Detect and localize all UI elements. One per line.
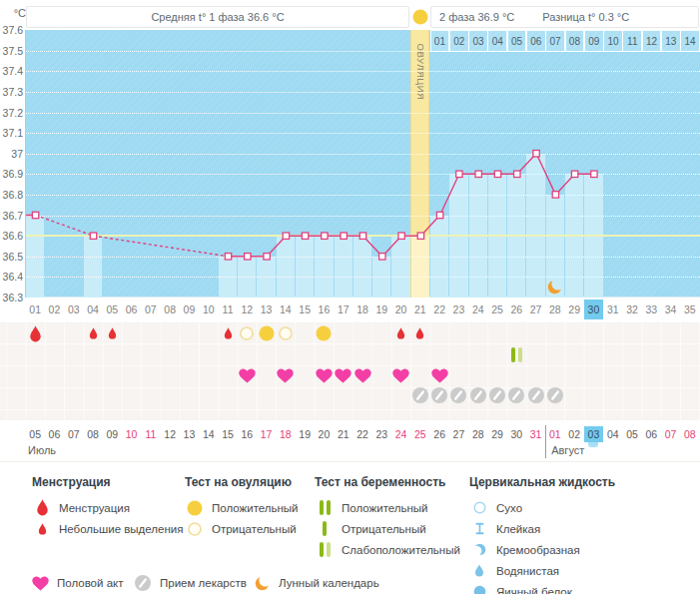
cycle-day-cell[interactable]: 14	[276, 299, 295, 319]
legend-item: Клейкая	[469, 519, 615, 538]
temperature-point	[513, 171, 519, 177]
date-cell[interactable]: 27	[449, 426, 468, 442]
cycle-day-cell[interactable]: 34	[661, 299, 680, 319]
date-cell[interactable]: 16	[238, 426, 257, 442]
date-cell[interactable]: 08	[83, 426, 102, 442]
date-cell[interactable]: 13	[180, 426, 199, 442]
date-cell[interactable]: 08	[680, 426, 699, 442]
cycle-day-cell[interactable]: 21	[410, 299, 429, 319]
cycle-day-cell[interactable]: 01	[26, 299, 45, 319]
cycle-day-cell[interactable]: 31	[603, 299, 622, 319]
cycle-day-cell[interactable]: 24	[468, 299, 487, 319]
cycle-day-cell[interactable]: 18	[352, 299, 371, 319]
medication-icon	[547, 387, 563, 403]
date-cell[interactable]: 05	[26, 426, 45, 442]
date-cell[interactable]: 11	[141, 426, 160, 442]
date-cell[interactable]: 28	[468, 426, 487, 442]
temp-difference-label: Разница t° 0.3 °C	[542, 11, 629, 23]
medication-icon	[450, 387, 466, 403]
cycle-day-cell[interactable]: 35	[680, 299, 699, 319]
legend-menstruation: Менструация Менструация Небольшие выделе…	[32, 475, 183, 540]
cycle-day-cell[interactable]: 20	[391, 299, 410, 319]
date-cell[interactable]: 31	[526, 426, 545, 442]
cycle-day-cell[interactable]: 06	[122, 299, 141, 319]
date-cell[interactable]: 07	[64, 426, 83, 442]
ovulation-positive-icon	[185, 500, 205, 516]
date-cell[interactable]: 06	[642, 426, 661, 442]
date-cell[interactable]: 03	[584, 426, 603, 442]
bbt-cycle-chart: °C Средняя t° 1 фаза 36.6 °C 2 фаза 36.9…	[0, 0, 700, 594]
y-axis-tick-label: 36.3	[0, 292, 23, 303]
cycle-day-cell[interactable]: 33	[642, 299, 661, 319]
date-cell[interactable]: 21	[334, 426, 352, 442]
date-cell[interactable]: 04	[603, 426, 622, 442]
cycle-day-cell[interactable]: 23	[449, 299, 468, 319]
y-axis-tick-label: 37.5	[0, 45, 23, 57]
date-cell[interactable]: 15	[218, 426, 237, 442]
date-cell[interactable]: 18	[276, 426, 295, 442]
date-cell[interactable]: 23	[372, 426, 391, 442]
cycle-day-cell[interactable]: 10	[199, 299, 218, 319]
cycle-day-cell[interactable]: 04	[83, 299, 102, 319]
cycle-day-cell[interactable]: 03	[64, 299, 83, 319]
temp-unit-label: °C	[2, 7, 26, 19]
temperature-point	[475, 171, 481, 177]
cycle-day-cell[interactable]: 05	[103, 299, 122, 319]
cycle-day-cell[interactable]: 17	[334, 299, 352, 319]
medication-icon	[528, 387, 544, 403]
intercourse-heart-icon	[30, 576, 50, 591]
cycle-day-cell[interactable]: 02	[45, 299, 64, 319]
temperature-line	[26, 30, 700, 297]
cycle-day-cell[interactable]: 09	[180, 299, 199, 319]
ovulation-positive-icon	[316, 325, 332, 341]
medication-icon	[508, 387, 524, 403]
cycle-day-cell[interactable]: 07	[141, 299, 160, 319]
y-axis-tick-label: 37.6	[0, 24, 23, 36]
y-axis-tick-label: 37.3	[0, 86, 23, 98]
cycle-day-cell[interactable]: 11	[218, 299, 237, 319]
date-cell[interactable]: 26	[430, 426, 449, 442]
cycle-day-cell[interactable]: 22	[430, 299, 449, 319]
cycle-day-cell[interactable]: 32	[622, 299, 641, 319]
date-cell[interactable]: 10	[122, 426, 141, 442]
cycle-day-cell[interactable]: 28	[545, 299, 564, 319]
legend-item: Менструация	[32, 498, 183, 517]
cycle-day-cell[interactable]: 08	[161, 299, 180, 319]
cycle-day-cell[interactable]: 12	[238, 299, 257, 319]
date-cell[interactable]: 01	[545, 426, 564, 442]
cycle-day-cell[interactable]: 27	[526, 299, 545, 319]
date-cell[interactable]: 14	[199, 426, 218, 442]
temperature-point	[302, 233, 308, 239]
date-cell[interactable]: 25	[410, 426, 429, 442]
ovulation-negative-icon	[279, 326, 293, 340]
date-cell[interactable]: 12	[161, 426, 180, 442]
legend-item: Отрицательный	[315, 519, 460, 538]
date-cell[interactable]: 05	[622, 426, 641, 442]
cycle-day-cell[interactable]: 29	[565, 299, 584, 319]
date-cell[interactable]: 30	[507, 426, 526, 442]
cycle-day-cell[interactable]: 25	[487, 299, 506, 319]
date-cell[interactable]: 17	[257, 426, 276, 442]
date-cell[interactable]: 02	[565, 426, 584, 442]
temperature-point	[532, 151, 538, 157]
date-cell[interactable]: 29	[487, 426, 506, 442]
cycle-day-cell[interactable]: 13	[257, 299, 276, 319]
medication-icon	[431, 387, 447, 403]
cycle-day-cell[interactable]: 15	[296, 299, 315, 319]
date-cell[interactable]: 24	[391, 426, 410, 442]
date-cell[interactable]: 07	[661, 426, 680, 442]
date-cell[interactable]: 22	[352, 426, 371, 442]
legend-item-label: Клейкая	[496, 523, 540, 535]
cycle-day-cell[interactable]: 26	[507, 299, 526, 319]
date-cell[interactable]: 09	[103, 426, 122, 442]
temperature-point	[397, 233, 403, 239]
legend-item: Водянистая	[469, 561, 615, 580]
date-cell[interactable]: 20	[315, 426, 334, 442]
cycle-day-cell[interactable]: 19	[372, 299, 391, 319]
cycle-day-cell[interactable]: 30	[584, 299, 603, 319]
date-cell[interactable]: 19	[296, 426, 315, 442]
date-cell[interactable]: 06	[45, 426, 64, 442]
cycle-day-cell[interactable]: 16	[315, 299, 334, 319]
temperature-point	[552, 192, 558, 198]
medication-icon	[133, 575, 153, 591]
